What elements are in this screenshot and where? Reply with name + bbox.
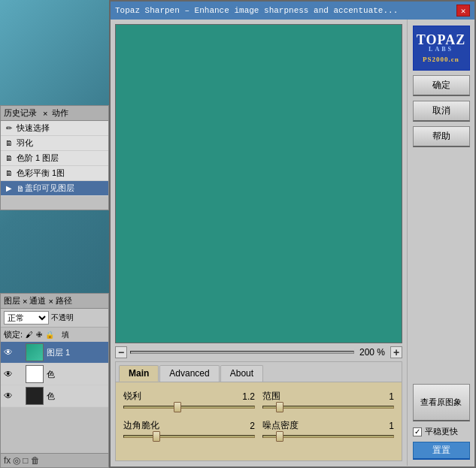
doc-icon: 🗎 <box>4 168 14 179</box>
doc-icon: 🗎 <box>4 138 14 149</box>
right-panel: TOPAZ LABS PS2000.cn 确定 取消 帮助 查看原图象 ✓ 平稳… <box>407 20 474 466</box>
layer-thumbnail-3 <box>26 387 44 405</box>
layer-row[interactable]: 👁 图层 1 <box>1 342 108 364</box>
tab-main[interactable]: Main <box>119 365 159 382</box>
smooth-label: 平稳更快 <box>425 426 458 437</box>
list-item[interactable]: ✏ 快速选择 <box>1 121 108 136</box>
tab-about[interactable]: About <box>220 365 263 382</box>
history-items-list: ✏ 快速选择 🗎 羽化 🗎 色阶 1 图层 🗎 色彩平衡 1图 ▶ 🗎 盖印可见… <box>1 121 108 196</box>
edge-crisp-thumb[interactable] <box>153 431 160 442</box>
layer-chain-icon <box>17 347 24 358</box>
zoom-in-button[interactable]: + <box>390 346 402 358</box>
tabs-header: Main Advanced About <box>116 362 402 382</box>
sharpness-slider[interactable] <box>123 406 255 409</box>
layers-bottom-bar: fx ◎ □ 🗑 <box>1 453 108 467</box>
params-row-2: 边角脆化 2 噪点密度 1 <box>123 419 394 438</box>
history-tab-label[interactable]: 历史记录 <box>4 107 37 119</box>
layer-name-label-3: 色 <box>47 391 55 402</box>
new-layer-icon[interactable]: □ <box>23 455 28 466</box>
layer-row-2[interactable]: 👁 色 <box>1 364 108 385</box>
view-original-button[interactable]: 查看原图象 <box>413 384 470 421</box>
layer-chain-icon-3 <box>17 391 24 401</box>
smooth-checkbox[interactable]: ✓ <box>413 427 422 436</box>
channels-tab-label[interactable]: 通道 <box>29 295 46 306</box>
lock-label: 锁定: <box>4 329 23 340</box>
lasso-icon: ✏ <box>4 123 14 134</box>
range-value: 1 <box>389 391 394 402</box>
noise-density-label-row: 噪点密度 1 <box>262 419 394 432</box>
close-icon: × <box>43 109 47 118</box>
range-thumb[interactable] <box>276 402 283 412</box>
tab-main-content: 锐利 1.2 范围 1 <box>116 382 402 460</box>
layer-name-label-2: 色 <box>47 369 55 380</box>
noise-density-slider[interactable] <box>262 435 394 438</box>
doc-icon: 🗎 <box>17 184 25 193</box>
edge-crisp-label: 边角脆化 <box>123 419 159 432</box>
params-row-1: 锐利 1.2 范围 1 <box>123 390 394 409</box>
zoom-label: 200 % <box>357 347 387 358</box>
list-item[interactable]: 🗎 色彩平衡 1图 <box>1 166 108 181</box>
tab-advanced[interactable]: Advanced <box>159 365 219 382</box>
list-item[interactable]: ▶ 🗎 盖印可见图层 <box>1 181 108 196</box>
zoom-out-button[interactable]: − <box>115 346 127 358</box>
range-label: 范围 <box>262 390 280 403</box>
history-panel-header: 历史记录 × 动作 <box>1 106 108 121</box>
layers-controls-bar: 正常 不透明 <box>1 309 108 328</box>
layers-tab-label[interactable]: 图层 <box>4 295 20 306</box>
noise-density-thumb[interactable] <box>276 431 283 442</box>
layer-visibility-icon[interactable]: 👁 <box>4 347 14 358</box>
range-slider[interactable] <box>262 406 394 409</box>
range-label-row: 范围 1 <box>262 390 394 403</box>
fx-button[interactable]: fx <box>4 455 11 466</box>
layer-visibility-icon-2[interactable]: 👁 <box>4 369 14 379</box>
layers-lock-row: 锁定: 🖌 ✙ 🔒 填 <box>1 328 108 342</box>
layer-chain-icon-2 <box>17 369 24 379</box>
zoom-track[interactable] <box>130 351 354 354</box>
list-item[interactable]: 🗎 色阶 1 图层 <box>1 151 108 166</box>
paths-tab-label[interactable]: 路径 <box>56 295 72 306</box>
tabs-area: Main Advanced About 锐利 1.2 <box>115 361 402 461</box>
noise-density-label: 噪点密度 <box>262 419 299 432</box>
add-mask-icon[interactable]: ◎ <box>13 455 20 466</box>
actions-tab-label[interactable]: 动作 <box>52 107 68 119</box>
smooth-checkbox-row: ✓ 平稳更快 <box>413 426 470 437</box>
title-bar: Topaz Sharpen – Enhance image sharpness … <box>111 2 474 20</box>
opacity-label: 不透明 <box>51 313 74 323</box>
layer-visibility-icon-3[interactable]: 👁 <box>4 391 14 401</box>
arrow-right-icon: ▶ <box>4 183 14 194</box>
panel-separator: × <box>23 297 27 306</box>
zoom-bar: − 200 % + <box>111 343 407 361</box>
delete-layer-icon[interactable]: 🗑 <box>31 455 40 466</box>
confirm-button[interactable]: 确定 <box>413 75 470 96</box>
logo-labs: LABS <box>429 47 453 53</box>
sharpness-label: 锐利 <box>123 390 141 403</box>
range-param: 范围 1 <box>262 390 394 409</box>
noise-density-param: 噪点密度 1 <box>262 419 394 438</box>
topaz-logo: TOPAZ LABS PS2000.cn <box>413 26 470 71</box>
layer-row-3[interactable]: 👁 色 <box>1 385 108 407</box>
panel-separator2: × <box>48 297 53 306</box>
dialog-content: − 200 % + Main Advanced About <box>111 20 474 466</box>
help-button[interactable]: 帮助 <box>413 126 470 147</box>
close-button[interactable]: ✕ <box>456 5 470 17</box>
edge-crisp-label-row: 边角脆化 2 <box>123 419 255 432</box>
logo-name: TOPAZ <box>417 33 465 47</box>
logo-site: PS2000.cn <box>423 56 459 63</box>
layers-panel: 图层 × 通道 × 路径 正常 不透明 锁定: 🖌 ✙ 🔒 填 👁 图层 1 👁… <box>0 293 109 468</box>
layers-panel-header: 图层 × 通道 × 路径 <box>1 294 108 309</box>
edge-crisp-param: 边角脆化 2 <box>123 419 255 438</box>
edge-crisp-slider[interactable] <box>123 435 255 438</box>
blend-mode-select[interactable]: 正常 <box>4 311 49 325</box>
list-item[interactable]: 🗎 羽化 <box>1 136 108 151</box>
noise-density-value: 1 <box>389 421 394 431</box>
title-text: Topaz Sharpen – Enhance image sharpness … <box>115 6 456 15</box>
cancel-button[interactable]: 取消 <box>413 101 470 122</box>
sharpness-thumb[interactable] <box>174 402 181 412</box>
preview-area: − 200 % + Main Advanced About <box>111 20 407 466</box>
reset-button[interactable]: 置置 <box>413 442 470 460</box>
preview-image <box>115 24 402 343</box>
doc-icon: 🗎 <box>4 153 14 164</box>
lock-paint-icon: 🖌 <box>26 331 33 339</box>
topaz-dialog: Topaz Sharpen – Enhance image sharpness … <box>109 0 476 468</box>
layer-thumbnail <box>26 343 44 361</box>
